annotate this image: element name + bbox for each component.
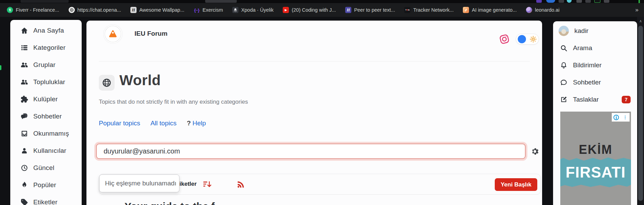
extension-icon <box>536 0 542 3</box>
sidebar-item-profile[interactable]: kadir <box>553 22 637 39</box>
avatar <box>559 26 569 36</box>
bookmark-label: Tracker Network... <box>413 7 454 13</box>
ad-info-button[interactable]: i <box>612 113 621 122</box>
sidebar-item-taslaklar[interactable]: Taslaklar 7 <box>553 91 637 108</box>
toggle-knob <box>518 35 526 43</box>
bookmark-label: Peer to peer text... <box>354 7 395 13</box>
left-sidebar: Ana Sayfa Kategoriler Gruplar Toplulukla… <box>10 20 82 205</box>
sidebar-item-kullanicilar[interactable]: Kullanıcılar <box>10 142 82 159</box>
sidebar-item-guncel[interactable]: Güncel <box>10 159 82 176</box>
bookmark-leonardo[interactable]: leonardo.ai <box>526 7 560 13</box>
partial-topic-title[interactable]: Your guide to the f <box>125 201 215 205</box>
bookmark-label: (20) Coding with J... <box>292 7 336 13</box>
sidebar-item-kategoriler[interactable]: Kategoriler <box>10 39 82 56</box>
extension-icon <box>604 0 609 3</box>
browser-toolbar-edge <box>0 0 644 3</box>
advertisement[interactable]: EKİM FIRSATI i ⋮ <box>560 112 631 205</box>
sort-descending-icon[interactable] <box>202 180 212 189</box>
tab-help[interactable]: ?Help <box>187 119 206 127</box>
sidebar-item-gruplar[interactable]: Gruplar <box>10 56 82 73</box>
instagram-icon[interactable] <box>497 32 512 47</box>
forum-logo[interactable] <box>104 25 122 43</box>
leonardo-icon <box>526 7 532 13</box>
xpoda-icon <box>232 7 238 13</box>
sidebar-item-bildirimler[interactable]: Bildirimler <box>553 57 637 74</box>
tab-all-topics[interactable]: All topics <box>150 119 176 127</box>
extension-icon <box>576 0 582 3</box>
bookmark-chatgpt[interactable]: https://chat.opena... <box>69 7 121 13</box>
page-scrollbar[interactable]: ∧ <box>637 17 644 205</box>
category-filter-input[interactable] <box>96 144 526 159</box>
hackmd-icon: H <box>345 7 351 13</box>
sidebar-item-topluluklar[interactable]: Topluluklar <box>10 73 82 91</box>
ad-choices: i ⋮ <box>612 113 630 122</box>
bookmark-awesome-wallpapers[interactable]: H Awesome Wallpap... <box>130 7 184 13</box>
puzzle-icon <box>21 95 28 103</box>
scrollbar-thumb[interactable] <box>638 26 643 201</box>
tab-popular-topics[interactable]: Popular topics <box>99 119 140 127</box>
bookmark-label: https://chat.opena... <box>78 7 121 13</box>
category-description: Topics that do not strictly fit in with … <box>99 99 248 105</box>
extension-icon <box>594 0 600 3</box>
bookmark-xpoda[interactable]: Xpoda · Üyelik <box>232 7 273 13</box>
edit-icon <box>560 96 567 103</box>
globe-icon <box>102 78 112 88</box>
chat-outline-icon <box>560 79 567 86</box>
rss-icon[interactable] <box>236 180 245 189</box>
edge-indicator <box>0 65 1 70</box>
extension-icon <box>585 0 591 3</box>
theme-toggle[interactable] <box>516 34 539 45</box>
category-title: World <box>119 72 161 89</box>
new-topic-button[interactable]: Yeni Başlık <box>495 178 537 191</box>
exercism-icon: {··} <box>194 7 200 13</box>
bookmark-hackmd[interactable]: H Peer to peer text... <box>345 7 395 13</box>
sidebar-item-okunmamis[interactable]: Okunmamış <box>10 125 82 142</box>
sidebar-item-sohbetler[interactable]: Sohbetler <box>10 108 82 125</box>
forum-title[interactable]: IEU Forum <box>134 30 167 37</box>
no-match-dropdown: Hiç eşleşme bulunamadı <box>99 174 179 192</box>
inbox-icon <box>21 130 28 137</box>
logo-ring <box>105 26 121 42</box>
bookmark-label: Fiverr - Freelance... <box>16 7 59 13</box>
sidebar-item-kulupler[interactable]: Kulüpler <box>10 91 82 108</box>
tag-icon <box>21 198 28 205</box>
caret-indicator <box>639 0 640 3</box>
question-icon: ? <box>187 119 191 127</box>
bookmark-label: leonardo.ai <box>535 7 560 13</box>
sidebar-item-etiketler[interactable]: Etiketler <box>10 194 82 205</box>
category-tabs: Popular topics All topics ?Help <box>99 119 206 127</box>
fiverr-icon: fi <box>7 7 13 13</box>
sidebar-item-arama[interactable]: Arama <box>553 39 637 57</box>
gear-icon[interactable] <box>530 146 540 157</box>
bookmark-fiverr[interactable]: fi Fiverr - Freelance... <box>7 7 59 13</box>
chat-bubbles-icon <box>21 113 28 120</box>
bookmark-tracker-network[interactable]: TRN Tracker Network... <box>404 7 454 13</box>
toolbar-fragment <box>21 0 69 3</box>
bookmark-label: Xpoda · Üyelik <box>241 7 273 13</box>
scroll-up-arrow[interactable]: ∧ <box>637 19 644 23</box>
category-icon-box <box>99 75 115 91</box>
sidebar-item-populer[interactable]: Popüler <box>10 176 82 194</box>
users-icon <box>21 78 28 86</box>
bookmarks-overflow-chevron[interactable]: » <box>635 7 639 13</box>
youtube-icon: ▶ <box>283 7 289 13</box>
bookmark-youtube[interactable]: ▶ (20) Coding with J... <box>283 7 336 13</box>
extension-icon <box>567 0 572 3</box>
wallpaper-icon: H <box>130 7 137 13</box>
ai-image-icon <box>463 7 469 13</box>
bookmarks-bar: fi Fiverr - Freelance... https://chat.op… <box>0 3 644 17</box>
bookmark-label: AI image generato... <box>472 7 517 13</box>
extension-icon <box>559 0 564 3</box>
main-content: IEU Forum World Topics that do not stric… <box>86 21 542 205</box>
bookmark-ai-image[interactable]: AI image generato... <box>463 7 517 13</box>
bell-icon <box>560 61 567 69</box>
drafts-count-badge: 7 <box>622 96 631 103</box>
sun-icon <box>529 35 537 43</box>
header-divider <box>99 61 530 61</box>
openai-icon <box>69 7 75 13</box>
bookmark-exercism[interactable]: {··} Exercism <box>194 7 223 13</box>
sidebar-item-ana-sayfa[interactable]: Ana Sayfa <box>10 22 82 39</box>
ad-menu-button[interactable]: ⋮ <box>621 113 630 122</box>
sidebar-item-sohbetler[interactable]: Sohbetler <box>553 74 637 91</box>
user-icon <box>21 147 28 155</box>
